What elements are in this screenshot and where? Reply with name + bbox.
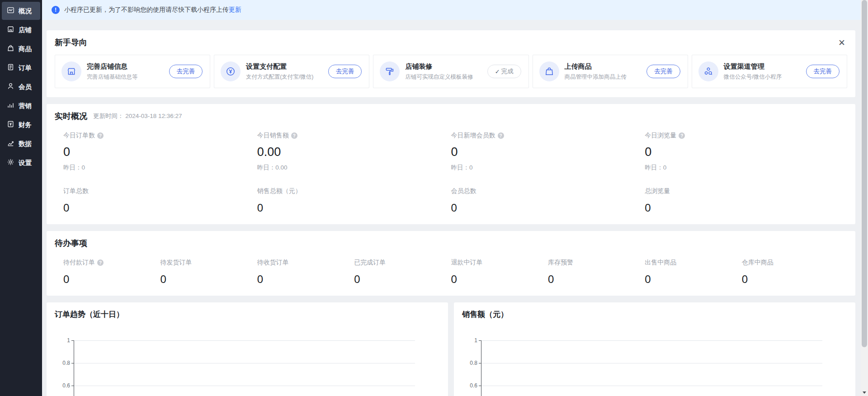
sidebar-item-data[interactable]: 数据 <box>2 135 40 153</box>
y-axis-line <box>74 340 74 396</box>
todo-item-unpaid: 待付款订单? 0 <box>63 259 160 287</box>
tick-mark <box>71 340 74 341</box>
tick-mark <box>479 340 481 341</box>
go-complete-button[interactable]: 去完善 <box>328 65 362 78</box>
sidebar-item-label: 概况 <box>19 7 32 15</box>
sidebar-item-label: 财务 <box>19 121 32 129</box>
y-axis-line <box>481 340 481 396</box>
sidebar-item-marketing[interactable]: 营销 <box>2 97 40 115</box>
go-complete-button[interactable]: 去完善 <box>806 65 840 78</box>
todo-item-to-receive: 待收货订单 0 <box>257 259 354 287</box>
guide-item-title: 设置支付配置 <box>246 62 313 71</box>
todo-item-to-ship: 待发货订单 0 <box>160 259 257 287</box>
overview-icon <box>7 6 14 15</box>
guide-item-desc: 商品管理中添加商品上传 <box>565 73 627 81</box>
stat-today-sales: 今日销售额? 0.00 昨日：0.00 <box>257 132 451 172</box>
data-icon <box>7 139 14 148</box>
channels-icon <box>698 61 718 81</box>
shop-icon <box>7 25 14 34</box>
tick-mark <box>71 363 74 363</box>
stat-total-pageviews: 总浏览量 0 <box>645 187 839 215</box>
todo-value: 0 <box>645 273 741 286</box>
help-icon[interactable]: ? <box>291 132 297 139</box>
sidebar-item-members[interactable]: 会员 <box>2 78 40 96</box>
go-complete-button[interactable]: 去完善 <box>169 65 203 78</box>
stat-value: 0 <box>645 202 839 214</box>
sidebar-item-finance[interactable]: 财务 <box>2 116 40 134</box>
shopping-bag-icon <box>539 61 559 81</box>
stat-yesterday: 昨日：0 <box>451 164 645 172</box>
help-icon[interactable]: ? <box>679 132 685 139</box>
stat-value: 0 <box>63 145 257 159</box>
done-badge[interactable]: ✓完成 <box>487 65 521 78</box>
guide-item-title: 上传商品 <box>565 62 627 71</box>
todo-value: 0 <box>257 273 354 286</box>
pay-yen-icon <box>221 61 241 81</box>
todo-value: 0 <box>63 273 160 286</box>
newbie-guide-card: 新手导向 ✕ 完善店铺信息 完善店铺基础信息等 去完善 <box>47 30 855 97</box>
member-icon <box>7 82 14 91</box>
sidebar-item-orders[interactable]: 订单 <box>2 59 40 77</box>
sidebar-item-label: 设置 <box>19 159 32 167</box>
todo-items-row: 待付款订单? 0 待发货订单 0 待收货订单 0 已完成订单 0 退款中订单 <box>55 259 847 287</box>
scrollbar-thumb[interactable] <box>862 0 867 347</box>
info-icon: ! <box>52 6 60 14</box>
stat-value: 0 <box>645 145 839 159</box>
stat-value: 0 <box>63 202 257 214</box>
charts-row: 订单趋势（近十日） 10.80.60.40.20 销售额（元） 10.80.60… <box>47 302 855 396</box>
help-icon[interactable]: ? <box>498 132 504 139</box>
go-complete-button[interactable]: 去完善 <box>646 65 680 78</box>
stat-value: 0 <box>451 145 645 159</box>
stat-yesterday: 昨日：0 <box>645 164 839 172</box>
total-stats-row: 订单总数 0 销售总额（元） 0 会员总数 0 总浏览量 0 <box>55 187 847 215</box>
todo-item-on-sale: 出售中商品 0 <box>645 259 741 287</box>
sidebar-item-label: 商品 <box>19 45 32 53</box>
stat-value: 0 <box>257 202 451 214</box>
help-icon[interactable]: ? <box>97 259 104 266</box>
scrollbar-down-arrow[interactable] <box>861 389 868 396</box>
guide-item-title: 完善店铺信息 <box>87 62 138 71</box>
stat-total-members: 会员总数 0 <box>451 187 645 215</box>
help-icon[interactable]: ? <box>97 132 104 139</box>
todo-value: 0 <box>354 273 451 286</box>
check-icon: ✓ <box>495 68 500 75</box>
y-tick-label: 0.6 <box>462 382 477 389</box>
stat-total-orders: 订单总数 0 <box>63 187 257 215</box>
marketing-icon <box>7 101 14 110</box>
y-tick-label: 1 <box>462 337 477 344</box>
today-stats-row: 今日订单数? 0 昨日：0 今日销售额? 0.00 昨日：0.00 今日新增会员… <box>55 132 847 172</box>
todo-title: 待办事项 <box>55 238 87 249</box>
close-icon[interactable]: ✕ <box>836 38 847 48</box>
main-content: ! 小程序已更新，为了不影响您的使用请尽快下载小程序上传更新 新手导向 ✕ 完善… <box>42 0 861 396</box>
y-tick-label: 0.8 <box>55 360 70 366</box>
sales-chart-card: 销售额（元） 10.80.60.40.20 <box>454 302 855 396</box>
sidebar-item-overview[interactable]: 概况 <box>2 2 40 20</box>
scrollbar <box>861 0 868 396</box>
stat-total-sales: 销售总额（元） 0 <box>257 187 451 215</box>
realtime-overview-card: 实时概况 更新时间： 2024-03-18 12:36:27 今日订单数? 0 … <box>47 104 855 224</box>
update-notice-bar: ! 小程序已更新，为了不影响您的使用请尽快下载小程序上传更新 <box>42 0 861 20</box>
sidebar-item-label: 店铺 <box>19 26 32 34</box>
guide-item-desc: 店铺可实现自定义模板装修 <box>405 73 473 81</box>
notice-update-link[interactable]: 更新 <box>229 6 241 14</box>
sidebar-item-shop[interactable]: 店铺 <box>2 21 40 39</box>
stat-value: 0.00 <box>257 145 451 159</box>
tick-mark <box>479 386 481 386</box>
sidebar-item-goods[interactable]: 商品 <box>2 40 40 58</box>
sidebar-item-settings[interactable]: 设置 <box>2 154 40 172</box>
gridline <box>481 386 822 386</box>
stat-today-orders: 今日订单数? 0 昨日：0 <box>63 132 257 172</box>
y-tick-label: 0.8 <box>462 360 477 366</box>
sales-chart-title: 销售额（元） <box>462 309 847 320</box>
notice-text: 小程序已更新，为了不影响您的使用请尽快下载小程序上传 <box>64 6 229 14</box>
guide-item-desc: 支付方式配置(支付宝/微信) <box>246 73 313 81</box>
gridline <box>74 340 415 341</box>
paint-roller-icon <box>380 61 400 81</box>
todo-item-stock-warning: 库存预警 0 <box>548 259 645 287</box>
order-trend-chart-card: 订单趋势（近十日） 10.80.60.40.20 <box>47 302 448 396</box>
sidebar-item-label: 营销 <box>19 102 32 110</box>
stat-yesterday: 昨日：0 <box>63 164 257 172</box>
guide-item-channels: 设置渠道管理 微信公众号/微信小程序 去完善 <box>692 55 847 88</box>
sidebar: 概况 店铺 商品 订单 会员 营销 财务 <box>0 0 42 396</box>
sidebar-item-label: 会员 <box>19 83 32 91</box>
